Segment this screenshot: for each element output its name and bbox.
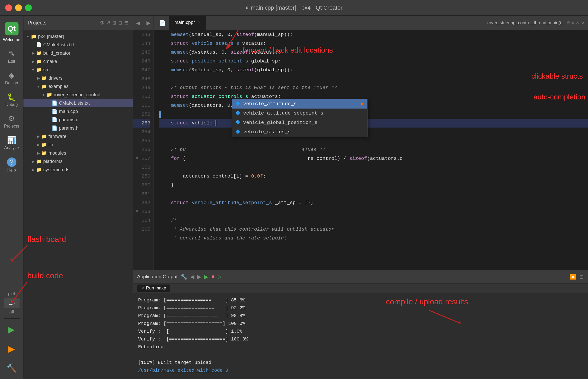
tree-item-cmake-selected[interactable]: ▶ 📄 CMakeLists.txt [23,99,133,107]
ac-struct-icon-4: 🔷 [235,128,241,136]
expand-arrow-px4[interactable]: ▼ [26,34,30,39]
autocomplete-dropdown[interactable]: 🔷 vehicle_attitude_s ▶ 🔷 vehicle_attitud… [232,99,368,137]
tree-item-build-creator[interactable]: ▶ 📁 build_creator [23,49,133,57]
ac-label-2: vehicle_attitude_setpoint_s [243,109,323,118]
line-num-264: 264 [133,216,150,225]
code-line-254 [159,128,588,136]
secondary-tab-label[interactable]: rover_steering_control_thread_main(i... [487,20,565,26]
maximize-button[interactable] [25,4,32,11]
folder-icon-build: 📁 [36,50,42,56]
tree-item-systemcmds[interactable]: ▶ 📁 systemcmds [23,166,133,174]
tree-item-src[interactable]: ▼ 📁 src [23,66,133,74]
kit-name-label: px4 [0,291,23,296]
output-back-icon[interactable]: ◀ [190,274,194,280]
output-panel: Application Output 🔧 ◀ ▶ ▶ ■ ▷ 🔼 ⊡ ✕ Ru [133,270,588,379]
expand-arrow-build[interactable]: ▶ [31,51,35,55]
code-line-253: struct vehicle_ [159,119,588,128]
expand-arrow-examples[interactable]: ▼ [36,84,41,89]
sidebar-item-help[interactable]: ? Help [0,154,23,176]
code-line-261 [159,190,588,198]
settings-panel-icon[interactable]: ☰ [124,20,128,26]
qt-logo: Qt [5,22,19,35]
output-run-icon[interactable]: ▶ [204,274,208,280]
ac-item-vehicle-attitude-s[interactable]: 🔷 vehicle_attitude_s ▶ [232,99,367,109]
expand-arrow-firmware[interactable]: ▶ [36,134,41,138]
ac-item-vehicle-attitude-setpoint-s[interactable]: 🔷 vehicle_attitude_setpoint_s [232,109,367,118]
expand-arrow-src[interactable]: ▼ [31,68,35,72]
debug-run-button[interactable]: ▶ [4,341,20,357]
tree-item-firmware[interactable]: ▶ 📁 firmware [23,132,133,141]
expand-arrow-modules[interactable]: ▶ [36,151,41,155]
traffic-lights[interactable] [5,4,32,11]
output-settings-icon[interactable]: 🔧 [181,274,187,280]
sidebar-item-projects[interactable]: ⚙ Projects [0,111,23,132]
output-resume-icon[interactable]: ▷ [218,274,222,280]
tree-item-rover[interactable]: ▼ 📁 rover_steering_control [23,91,133,99]
tree-item-drivers[interactable]: ▶ 📁 drivers [23,74,133,82]
expand-arrow-rover[interactable]: ▼ [41,93,46,97]
code-content[interactable]: memset(&manual_sp, 0, sizeof(manual_sp))… [154,30,588,270]
tree-item-examples[interactable]: ▼ 📁 examples [23,82,133,91]
file-icon-cmake-sel: 📄 [52,100,57,106]
tree-item-cmakelists-root[interactable]: ▶ 📄 CMakeLists.txt [23,41,133,49]
ac-item-vehicle-status-s[interactable]: 🔷 vehicle_status_s [232,127,367,137]
expand-icon[interactable]: ⊞ [112,20,116,26]
tree-item-params-c[interactable]: ▶ 📄 params.c [23,116,133,124]
output-detach-icon[interactable]: ⊡ [579,274,584,280]
line-num-243: 243 [133,30,150,39]
sidebar-item-debug[interactable]: 🐛 Debug [0,89,23,111]
close-button[interactable] [5,4,12,11]
line-num-251: 251 [133,101,150,110]
output-collapse-icon[interactable]: 🔼 [570,274,576,280]
code-line-243: memset(&manual_sp, 0, sizeof(manual_sp))… [159,30,588,39]
collapse-icon[interactable]: ⊟ [118,20,122,26]
back-nav-button[interactable]: ◀ [133,16,143,30]
code-line-260: } [159,181,588,190]
build-button[interactable]: 🔨 [4,360,20,376]
kit-device-icon[interactable]: 💻 › [4,298,20,308]
sidebar-item-design[interactable]: ◈ Design [0,67,23,89]
output-forward-icon[interactable]: ▶ [197,274,201,280]
close-secondary-tab[interactable]: ✕ [581,20,585,26]
run-button[interactable]: ▶ [4,322,20,337]
expand-arrow-platforms[interactable]: ▶ [31,159,35,163]
sync-icon[interactable]: ↺ [106,20,110,26]
expand-arrow-drivers[interactable]: ▶ [36,76,41,80]
filter-icon[interactable]: ⚗ [100,20,104,26]
expand-arrow-cmake[interactable]: ▶ [31,59,35,64]
code-line-247: memset(&global_sp, 0, sizeof(global_sp))… [159,66,588,74]
folder-icon-modules: 📁 [41,150,47,156]
minimize-button[interactable] [15,4,22,11]
code-editor[interactable]: 243 244 245 246 247 248 249 250 251 252 … [133,30,588,270]
make-exit-link[interactable]: /usr/bin/make exited with code 0 [138,368,228,373]
tree-item-lib[interactable]: ▶ 📁 lib [23,141,133,149]
tree-item-cmake[interactable]: ▶ 📁 cmake [23,57,133,66]
line-num-265: 265 [133,225,150,234]
tree-item-params-h[interactable]: ▶ 📄 params.h [23,124,133,132]
folder-icon-examples: 📁 [41,84,47,89]
tree-item-main-cpp[interactable]: ▶ 📄 main.cpp [23,107,133,116]
output-tab-run-make[interactable]: ✕ Run make [137,285,170,292]
line-num-246: 246 [133,57,150,66]
sidebar-item-analyze[interactable]: 📊 Analyze [0,132,23,154]
tree-label-examples: examples [48,84,69,89]
expand-arrow-systemcmds[interactable]: ▶ [31,168,35,172]
help-icon: ? [7,157,16,167]
tree-item-modules[interactable]: ▶ 📁 modules [23,149,133,157]
sidebar-item-edit[interactable]: ✎ Edit [0,46,23,67]
output-stop-icon[interactable]: ■ [211,274,215,280]
forward-nav-button[interactable]: ▶ [143,16,154,30]
window-icon: 🖥 [246,6,249,10]
ac-item-vehicle-global-pos[interactable]: 🔷 vehicle_global_position_s [232,118,367,127]
tree-item-px4[interactable]: ▼ 📁 px4 [master] [23,32,133,41]
tree-item-platforms[interactable]: ▶ 📁 platforms [23,157,133,166]
folder-icon-rover: 📁 [46,92,52,98]
tree-label-modules: modules [48,150,66,156]
tab-x-icon[interactable]: ✕ [141,286,144,290]
design-icon: ◈ [9,71,15,80]
sidebar-item-welcome[interactable]: Qt Welcome [0,18,23,46]
expand-arrow-lib[interactable]: ▶ [36,143,41,147]
tab-main-cpp[interactable]: main.cpp* ✕ [169,16,206,30]
tree-label-cmake: cmake [43,59,57,64]
tab-close-main[interactable]: ✕ [197,20,201,25]
